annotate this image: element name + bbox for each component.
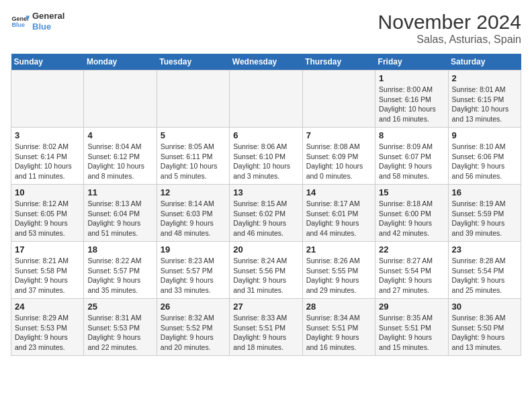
- calendar-cell: 30Sunrise: 8:36 AMSunset: 5:50 PMDayligh…: [448, 299, 521, 356]
- day-number: 12: [161, 187, 226, 197]
- calendar-cell: 7Sunrise: 8:08 AMSunset: 6:09 PMDaylight…: [302, 128, 375, 185]
- day-number: 7: [306, 130, 371, 140]
- day-info: Sunrise: 8:14 AMSunset: 6:03 PMDaylight:…: [161, 199, 226, 238]
- day-info: Sunrise: 8:18 AMSunset: 6:00 PMDaylight:…: [379, 199, 444, 238]
- day-number: 17: [15, 244, 80, 255]
- calendar-cell: 23Sunrise: 8:28 AMSunset: 5:54 PMDayligh…: [448, 242, 521, 299]
- calendar-cell: 16Sunrise: 8:19 AMSunset: 5:59 PMDayligh…: [448, 185, 521, 242]
- day-info: Sunrise: 8:24 AMSunset: 5:56 PMDaylight:…: [233, 256, 298, 295]
- calendar-cell: 8Sunrise: 8:09 AMSunset: 6:07 PMDaylight…: [375, 128, 448, 185]
- calendar-cell: [157, 71, 229, 128]
- calendar-cell: 3Sunrise: 8:02 AMSunset: 6:14 PMDaylight…: [11, 128, 84, 185]
- weekday-header: Sunday: [11, 54, 84, 71]
- day-info: Sunrise: 8:01 AMSunset: 6:15 PMDaylight:…: [452, 85, 517, 124]
- day-number: 13: [233, 187, 298, 197]
- weekday-header: Thursday: [302, 54, 375, 71]
- day-number: 3: [15, 130, 80, 140]
- day-number: 23: [452, 244, 517, 255]
- calendar-cell: 2Sunrise: 8:01 AMSunset: 6:15 PMDaylight…: [448, 71, 521, 128]
- calendar-cell: 20Sunrise: 8:24 AMSunset: 5:56 PMDayligh…: [230, 242, 302, 299]
- calendar-cell: [84, 71, 157, 128]
- day-info: Sunrise: 8:21 AMSunset: 5:58 PMDaylight:…: [15, 256, 80, 295]
- day-info: Sunrise: 8:02 AMSunset: 6:14 PMDaylight:…: [15, 142, 80, 181]
- page-header: General Blue General Blue November 2024 …: [11, 11, 521, 46]
- day-info: Sunrise: 8:28 AMSunset: 5:54 PMDaylight:…: [452, 256, 517, 295]
- svg-text:Blue: Blue: [11, 21, 25, 28]
- day-info: Sunrise: 8:17 AMSunset: 6:01 PMDaylight:…: [306, 199, 371, 238]
- day-number: 10: [15, 187, 80, 197]
- weekday-header: Friday: [375, 54, 448, 71]
- day-info: Sunrise: 8:15 AMSunset: 6:02 PMDaylight:…: [233, 199, 298, 238]
- weekday-header: Saturday: [448, 54, 521, 71]
- calendar-week-row: 3Sunrise: 8:02 AMSunset: 6:14 PMDaylight…: [11, 128, 521, 185]
- page-title: November 2024: [378, 11, 521, 34]
- day-number: 1: [379, 73, 444, 83]
- day-info: Sunrise: 8:05 AMSunset: 6:11 PMDaylight:…: [161, 142, 226, 181]
- day-number: 24: [15, 302, 80, 312]
- day-info: Sunrise: 8:10 AMSunset: 6:06 PMDaylight:…: [452, 142, 517, 181]
- day-number: 19: [161, 244, 226, 255]
- calendar-week-row: 1Sunrise: 8:00 AMSunset: 6:16 PMDaylight…: [11, 71, 521, 128]
- calendar-cell: 13Sunrise: 8:15 AMSunset: 6:02 PMDayligh…: [230, 185, 302, 242]
- calendar-cell: 15Sunrise: 8:18 AMSunset: 6:00 PMDayligh…: [375, 185, 448, 242]
- day-info: Sunrise: 8:06 AMSunset: 6:10 PMDaylight:…: [233, 142, 298, 181]
- calendar-cell: [230, 71, 302, 128]
- day-number: 15: [379, 187, 444, 197]
- calendar-cell: 5Sunrise: 8:05 AMSunset: 6:11 PMDaylight…: [157, 128, 229, 185]
- calendar-cell: 10Sunrise: 8:12 AMSunset: 6:05 PMDayligh…: [11, 185, 84, 242]
- day-number: 4: [87, 130, 152, 140]
- day-number: 18: [87, 244, 152, 255]
- calendar-cell: [302, 71, 375, 128]
- calendar-cell: 29Sunrise: 8:35 AMSunset: 5:51 PMDayligh…: [375, 299, 448, 356]
- day-number: 5: [161, 130, 226, 140]
- calendar-cell: 1Sunrise: 8:00 AMSunset: 6:16 PMDaylight…: [375, 71, 448, 128]
- calendar-week-row: 24Sunrise: 8:29 AMSunset: 5:53 PMDayligh…: [11, 299, 521, 356]
- calendar-cell: 14Sunrise: 8:17 AMSunset: 6:01 PMDayligh…: [302, 185, 375, 242]
- calendar-cell: 9Sunrise: 8:10 AMSunset: 6:06 PMDaylight…: [448, 128, 521, 185]
- day-info: Sunrise: 8:19 AMSunset: 5:59 PMDaylight:…: [452, 199, 517, 238]
- day-info: Sunrise: 8:33 AMSunset: 5:51 PMDaylight:…: [233, 313, 298, 353]
- day-info: Sunrise: 8:08 AMSunset: 6:09 PMDaylight:…: [306, 142, 371, 181]
- day-info: Sunrise: 8:09 AMSunset: 6:07 PMDaylight:…: [379, 142, 444, 181]
- calendar-cell: 11Sunrise: 8:13 AMSunset: 6:04 PMDayligh…: [84, 185, 157, 242]
- day-number: 28: [306, 302, 371, 312]
- day-info: Sunrise: 8:32 AMSunset: 5:52 PMDaylight:…: [161, 313, 226, 353]
- calendar-cell: 19Sunrise: 8:23 AMSunset: 5:57 PMDayligh…: [157, 242, 229, 299]
- calendar-cell: 4Sunrise: 8:04 AMSunset: 6:12 PMDaylight…: [84, 128, 157, 185]
- day-info: Sunrise: 8:23 AMSunset: 5:57 PMDaylight:…: [161, 256, 226, 295]
- day-number: 30: [452, 302, 517, 312]
- day-number: 22: [379, 244, 444, 255]
- weekday-header-row: SundayMondayTuesdayWednesdayThursdayFrid…: [11, 54, 521, 71]
- day-number: 14: [306, 187, 371, 197]
- day-number: 2: [452, 73, 517, 83]
- day-info: Sunrise: 8:13 AMSunset: 6:04 PMDaylight:…: [87, 199, 152, 238]
- calendar-week-row: 17Sunrise: 8:21 AMSunset: 5:58 PMDayligh…: [11, 242, 521, 299]
- calendar-cell: 27Sunrise: 8:33 AMSunset: 5:51 PMDayligh…: [230, 299, 302, 356]
- day-number: 26: [161, 302, 226, 312]
- calendar-cell: [11, 71, 84, 128]
- weekday-header: Wednesday: [230, 54, 302, 71]
- day-number: 29: [379, 302, 444, 312]
- calendar-week-row: 10Sunrise: 8:12 AMSunset: 6:05 PMDayligh…: [11, 185, 521, 242]
- weekday-header: Tuesday: [157, 54, 229, 71]
- day-info: Sunrise: 8:04 AMSunset: 6:12 PMDaylight:…: [87, 142, 152, 181]
- calendar-cell: 12Sunrise: 8:14 AMSunset: 6:03 PMDayligh…: [157, 185, 229, 242]
- calendar-cell: 18Sunrise: 8:22 AMSunset: 5:57 PMDayligh…: [84, 242, 157, 299]
- day-info: Sunrise: 8:34 AMSunset: 5:51 PMDaylight:…: [306, 313, 371, 353]
- day-number: 6: [233, 130, 298, 140]
- logo-blue: Blue: [32, 21, 64, 32]
- calendar-cell: 22Sunrise: 8:27 AMSunset: 5:54 PMDayligh…: [375, 242, 448, 299]
- calendar-cell: 26Sunrise: 8:32 AMSunset: 5:52 PMDayligh…: [157, 299, 229, 356]
- day-number: 9: [452, 130, 517, 140]
- day-info: Sunrise: 8:00 AMSunset: 6:16 PMDaylight:…: [379, 85, 444, 124]
- day-number: 20: [233, 244, 298, 255]
- calendar-cell: 6Sunrise: 8:06 AMSunset: 6:10 PMDaylight…: [230, 128, 302, 185]
- calendar-cell: 21Sunrise: 8:26 AMSunset: 5:55 PMDayligh…: [302, 242, 375, 299]
- day-number: 16: [452, 187, 517, 197]
- title-block: November 2024 Salas, Asturias, Spain: [378, 11, 521, 46]
- calendar-cell: 25Sunrise: 8:31 AMSunset: 5:53 PMDayligh…: [84, 299, 157, 356]
- day-number: 27: [233, 302, 298, 312]
- day-info: Sunrise: 8:31 AMSunset: 5:53 PMDaylight:…: [87, 313, 152, 353]
- logo: General Blue General Blue: [11, 11, 64, 32]
- calendar-cell: 28Sunrise: 8:34 AMSunset: 5:51 PMDayligh…: [302, 299, 375, 356]
